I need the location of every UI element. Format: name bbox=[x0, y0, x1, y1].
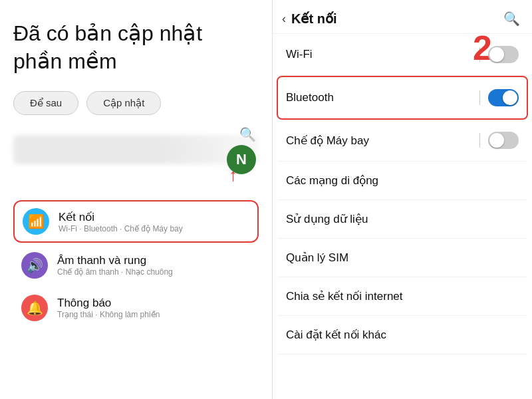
bluetooth-row[interactable]: Bluetooth bbox=[277, 76, 528, 120]
airplane-toggle-knob bbox=[489, 133, 504, 148]
more-settings-label: Cài đặt kết nối khác bbox=[286, 328, 386, 342]
right-header: ‹ Kết nối 🔍 bbox=[273, 0, 532, 34]
mobile-networks-row[interactable]: Các mạng di động bbox=[278, 162, 527, 200]
mobile-networks-label: Các mạng di động bbox=[286, 174, 378, 188]
step-2-indicator: 2 bbox=[473, 28, 492, 68]
wifi-toggle[interactable] bbox=[488, 46, 519, 63]
airplane-toggle-container bbox=[479, 132, 519, 149]
settings-list: Wi-Fi Bluetooth Chế độ Máy bay bbox=[273, 34, 532, 354]
sound-menu-icon: 🔊 bbox=[21, 252, 48, 279]
wifi-label: Wi-Fi bbox=[286, 48, 313, 61]
bluetooth-toggle-knob bbox=[503, 90, 517, 105]
ket-noi-label: Kết nối bbox=[59, 210, 183, 224]
right-search-icon[interactable]: 🔍 bbox=[503, 11, 520, 27]
airplane-divider bbox=[479, 133, 480, 148]
data-usage-label: Sử dụng dữ liệu bbox=[286, 212, 368, 226]
thong-bao-label: Thông báo bbox=[57, 297, 160, 310]
am-thanh-text: Âm thanh và rung Chế độ âm thanh · Nhạc … bbox=[57, 254, 173, 277]
menu-item-am-thanh[interactable]: 🔊 Âm thanh và rung Chế độ âm thanh · Nhạ… bbox=[13, 245, 259, 285]
bluetooth-toggle-container bbox=[479, 89, 519, 106]
hotspot-label: Chia sẻ kết nối internet bbox=[286, 289, 403, 303]
hotspot-row[interactable]: Chia sẻ kết nối internet bbox=[278, 277, 527, 316]
bluetooth-label: Bluetooth bbox=[286, 91, 334, 104]
wifi-menu-icon: 📶 bbox=[23, 208, 49, 235]
arrow-indicator: ↑ bbox=[229, 165, 237, 186]
update-buttons: Để sau Cập nhật bbox=[13, 91, 259, 115]
bluetooth-toggle[interactable] bbox=[488, 89, 519, 106]
ket-noi-sublabel: Wi-Fi · Bluetooth · Chế độ Máy bay bbox=[59, 224, 183, 233]
am-thanh-label: Âm thanh và rung bbox=[57, 254, 173, 267]
right-panel-title: Kết nối bbox=[291, 11, 503, 27]
more-settings-row[interactable]: Cài đặt kết nối khác bbox=[278, 316, 527, 354]
airplane-row[interactable]: Chế độ Máy bay bbox=[278, 120, 527, 162]
update-title: Đã có bản cập nhật phần mềm bbox=[13, 20, 259, 75]
menu-item-ket-noi[interactable]: 📶 Kết nối Wi-Fi · Bluetooth · Chế độ Máy… bbox=[13, 200, 259, 243]
defer-button[interactable]: Để sau bbox=[13, 91, 78, 115]
left-panel: Đã có bản cập nhật phần mềm Để sau Cập n… bbox=[0, 0, 273, 399]
bluetooth-divider bbox=[479, 90, 480, 105]
notif-menu-icon: 🔔 bbox=[21, 295, 48, 321]
data-usage-row[interactable]: Sử dụng dữ liệu bbox=[278, 200, 527, 239]
airplane-label: Chế độ Máy bay bbox=[286, 134, 369, 148]
update-button[interactable]: Cập nhật bbox=[86, 91, 161, 115]
blurred-item bbox=[13, 135, 259, 164]
sim-label: Quản lý SIM bbox=[286, 251, 348, 265]
menu-items: 📶 Kết nối Wi-Fi · Bluetooth · Chế độ Máy… bbox=[13, 200, 259, 328]
back-chevron-icon: ‹ bbox=[282, 12, 286, 26]
thong-bao-text: Thông báo Trạng thái · Không làm phiền bbox=[57, 297, 160, 319]
back-button[interactable]: ‹ bbox=[282, 12, 286, 26]
thong-bao-sublabel: Trạng thái · Không làm phiền bbox=[57, 310, 160, 319]
airplane-toggle[interactable] bbox=[488, 132, 519, 149]
ket-noi-text: Kết nối Wi-Fi · Bluetooth · Chế độ Máy b… bbox=[59, 210, 183, 233]
am-thanh-sublabel: Chế độ âm thanh · Nhạc chuông bbox=[57, 267, 173, 277]
menu-item-thong-bao[interactable]: 🔔 Thông báo Trạng thái · Không làm phiền bbox=[13, 288, 259, 328]
sim-row[interactable]: Quản lý SIM bbox=[278, 239, 527, 277]
right-panel: ‹ Kết nối 🔍 2 Wi-Fi Bluetooth bbox=[273, 0, 532, 399]
wifi-toggle-knob bbox=[489, 47, 504, 62]
